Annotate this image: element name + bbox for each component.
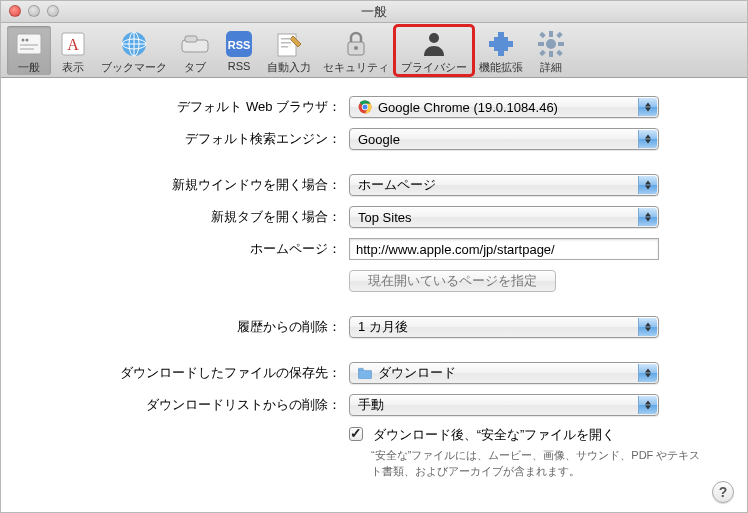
remove-download-list-select[interactable]: 手動 [349,394,659,416]
svg-rect-32 [556,32,562,38]
minimize-window-button[interactable] [28,5,40,17]
toolbar-item-label: 詳細 [540,60,562,75]
label-remove-history: 履歴からの削除： [25,318,349,336]
default-search-select[interactable]: Google [349,128,659,150]
svg-rect-11 [185,36,197,42]
appearance-icon: A [57,28,89,60]
advanced-icon [535,28,567,60]
label-remove-dlist: ダウンロードリストからの削除： [25,396,349,414]
label-new-tab: 新規タブを開く場合： [25,208,349,226]
default-browser-value: Google Chrome (19.0.1084.46) [378,100,558,115]
open-safe-files-text: ダウンロード後、“安全な”ファイルを開く [373,427,616,442]
chrome-icon [358,100,372,114]
new-window-select[interactable]: ホームページ [349,174,659,196]
toolbar-item-advanced[interactable]: 詳細 [529,26,573,75]
svg-rect-16 [281,42,291,44]
toolbar-item-general[interactable]: 一般 [7,26,51,75]
security-icon [340,28,372,60]
label-default-search: デフォルト検索エンジン： [25,130,349,148]
help-button[interactable]: ? [712,481,734,503]
new-tab-select[interactable]: Top Sites [349,206,659,228]
toolbar-item-label: RSS [228,60,251,72]
remove-download-list-value: 手動 [358,396,384,414]
svg-point-19 [354,46,358,50]
svg-rect-30 [558,42,564,46]
svg-rect-29 [538,42,544,46]
open-safe-files-label[interactable]: ダウンロード後、“安全な”ファイルを開く [349,427,615,442]
remove-history-value: 1 カ月後 [358,318,408,336]
svg-rect-34 [556,50,562,56]
remove-history-select[interactable]: 1 カ月後 [349,316,659,338]
svg-rect-3 [20,44,38,46]
svg-rect-17 [281,46,288,48]
label-downloads-to: ダウンロードしたファイルの保存先： [25,364,349,382]
label-homepage: ホームページ： [25,240,349,258]
downloads-location-value: ダウンロード [378,364,456,382]
label-new-window: 新規ウインドウを開く場合： [25,176,349,194]
window-title: 一般 [361,3,387,21]
svg-text:A: A [67,36,79,53]
set-current-page-button[interactable]: 現在開いているページを指定 [349,270,556,292]
svg-rect-28 [549,51,553,57]
svg-rect-25 [498,50,504,56]
svg-point-20 [429,33,439,43]
toolbar-item-label: 表示 [62,60,84,75]
toolbar-item-autofill[interactable]: 自動入力 [261,26,317,75]
extensions-icon [485,28,517,60]
svg-rect-22 [498,32,504,38]
toolbar-item-label: ブックマーク [101,60,167,75]
svg-rect-27 [549,31,553,37]
general-icon [13,28,45,60]
toolbar-item-privacy[interactable]: プライバシー [395,26,473,75]
titlebar: 一般 [1,1,747,23]
toolbar-item-label: タブ [184,60,206,75]
privacy-icon [418,28,450,60]
svg-rect-21 [494,37,508,51]
tabs-icon [179,28,211,60]
new-tab-value: Top Sites [358,210,411,225]
svg-rect-38 [359,368,364,370]
new-window-value: ホームページ [358,176,436,194]
toolbar-item-label: セキュリティ [323,60,389,75]
toolbar-item-security[interactable]: セキュリティ [317,26,395,75]
toolbar-item-label: 機能拡張 [479,60,523,75]
default-browser-select[interactable]: Google Chrome (19.0.1084.46) [349,96,659,118]
folder-icon [358,367,372,379]
autofill-icon [273,28,305,60]
toolbar-item-label: 一般 [18,60,40,75]
svg-rect-24 [507,41,513,47]
toolbar-item-appearance[interactable]: A表示 [51,26,95,75]
window-controls [9,5,59,17]
close-window-button[interactable] [9,5,21,17]
svg-point-26 [546,39,556,49]
toolbar-item-bookmarks[interactable]: ブックマーク [95,26,173,75]
default-search-value: Google [358,132,400,147]
toolbar-item-extensions[interactable]: 機能拡張 [473,26,529,75]
preferences-toolbar: 一般A表示ブックマークタブRSSRSS自動入力セキュリティプライバシー機能拡張詳… [1,23,747,78]
label-default-browser: デフォルト Web ブラウザ： [25,98,349,116]
open-safe-files-description: “安全な”ファイルには、ムービー、画像、サウンド、PDF やテキスト書類、および… [371,448,701,480]
toolbar-item-rss[interactable]: RSSRSS [217,26,261,72]
general-pane: デフォルト Web ブラウザ： Google Chrome (19.0.1084… [1,78,747,492]
svg-rect-15 [281,38,291,40]
rss-icon: RSS [223,28,255,60]
toolbar-item-tabs[interactable]: タブ [173,26,217,75]
homepage-input[interactable] [349,238,659,260]
svg-point-2 [26,39,29,42]
svg-rect-33 [539,50,545,56]
zoom-window-button[interactable] [47,5,59,17]
open-safe-files-checkbox[interactable] [349,427,363,441]
svg-text:RSS: RSS [228,39,251,51]
svg-point-1 [22,39,25,42]
downloads-location-select[interactable]: ダウンロード [349,362,659,384]
toolbar-item-label: プライバシー [401,60,467,75]
bookmarks-icon [118,28,150,60]
toolbar-item-label: 自動入力 [267,60,311,75]
svg-rect-4 [20,48,34,50]
svg-rect-23 [489,41,495,47]
svg-rect-31 [539,32,545,38]
